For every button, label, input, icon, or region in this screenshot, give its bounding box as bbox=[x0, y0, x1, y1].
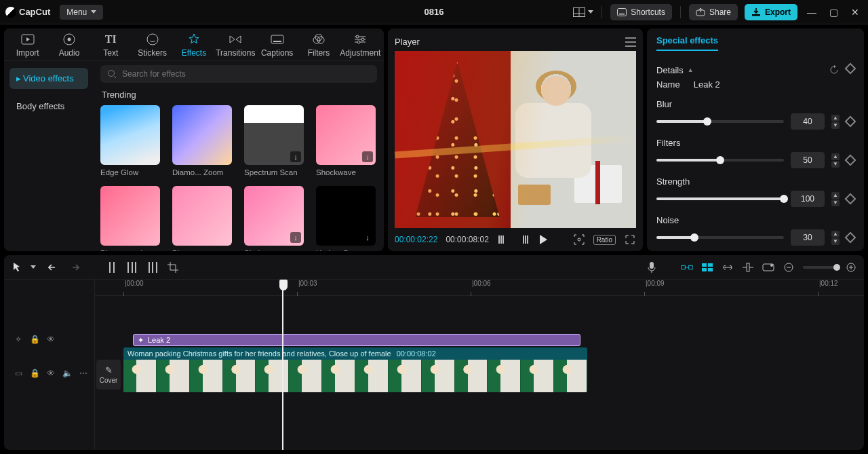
trim-right-tool[interactable] bbox=[146, 261, 159, 273]
subtab-video-effects[interactable]: ▸Video effects bbox=[9, 68, 88, 89]
trim-left-tool[interactable] bbox=[126, 261, 138, 273]
jump-start-button[interactable] bbox=[497, 233, 509, 246]
effect-card-shockwave[interactable]: ↓Shockwave bbox=[316, 105, 376, 176]
strength-slider[interactable] bbox=[656, 197, 784, 200]
tab-adjustment[interactable]: Adjustment bbox=[340, 33, 381, 58]
subtab-body-effects[interactable]: Body effects bbox=[9, 96, 88, 117]
filters-slider[interactable] bbox=[656, 159, 784, 162]
effect-card-shake[interactable]: ↓Shake bbox=[244, 186, 304, 251]
tab-audio[interactable]: Audio bbox=[48, 33, 90, 58]
tool-dropdown[interactable] bbox=[27, 261, 39, 273]
visibility-icon[interactable]: 👁 bbox=[46, 368, 56, 378]
effects-search-input[interactable]: Search for effects bbox=[100, 65, 377, 83]
player-viewport[interactable] bbox=[395, 51, 636, 228]
filters-keyframe[interactable] bbox=[845, 155, 856, 166]
noise-keyframe[interactable] bbox=[845, 232, 856, 244]
lock-icon[interactable]: 🔒 bbox=[30, 335, 39, 344]
share-button[interactable]: Share bbox=[689, 4, 738, 20]
reset-button[interactable] bbox=[829, 64, 840, 75]
video-clip[interactable]: Woman packing Christmas gifts for her fr… bbox=[123, 347, 587, 392]
noise-value[interactable]: 30 bbox=[791, 229, 825, 246]
jump-end-button[interactable] bbox=[517, 233, 530, 246]
filters-value[interactable]: 50 bbox=[791, 152, 825, 168]
zoom-out-button[interactable] bbox=[783, 261, 795, 273]
effect-card-horiz-open[interactable]: ↓Horiz... Open bbox=[316, 186, 376, 251]
noise-step-down[interactable]: ▼ bbox=[831, 238, 840, 245]
effect-card-bluray-scanning[interactable]: Blu-ra...anning bbox=[100, 186, 160, 251]
effect-card-edge-glow[interactable]: Edge Glow bbox=[100, 105, 160, 176]
effect-clip[interactable]: ✦ Leak 2 bbox=[133, 334, 580, 346]
redo-button[interactable] bbox=[68, 261, 80, 273]
preview-render-button[interactable] bbox=[762, 261, 774, 273]
effect-card-diamond-zoom[interactable]: Diamo... Zoom bbox=[172, 105, 232, 176]
blur-step-up[interactable]: ▲ bbox=[831, 115, 840, 121]
tab-transitions[interactable]: Transitions bbox=[215, 33, 256, 58]
more-icon[interactable]: ⋯ bbox=[79, 368, 88, 378]
tab-effects[interactable]: Effects bbox=[173, 33, 214, 58]
playhead[interactable] bbox=[282, 280, 283, 450]
search-icon bbox=[107, 69, 117, 79]
play-button[interactable] bbox=[538, 233, 550, 246]
svg-rect-11 bbox=[271, 35, 283, 43]
zoom-slider[interactable] bbox=[803, 266, 837, 269]
window-close-button[interactable]: ✕ bbox=[850, 7, 860, 18]
undo-button[interactable] bbox=[47, 261, 60, 273]
ratio-button[interactable]: Ratio bbox=[593, 235, 616, 245]
keyframe-button[interactable] bbox=[845, 63, 856, 75]
blur-value[interactable]: 40 bbox=[791, 113, 825, 130]
magnet-tracks-button[interactable] bbox=[701, 261, 713, 273]
filters-step-down[interactable]: ▼ bbox=[831, 161, 840, 168]
timeline-tracks[interactable]: |00:00 |00:03 |00:06 |00:09 |00:12 ✎ Cov… bbox=[95, 280, 864, 450]
svg-rect-30 bbox=[127, 262, 129, 273]
strength-value[interactable]: 100 bbox=[791, 191, 825, 207]
blur-keyframe[interactable] bbox=[845, 116, 856, 128]
download-icon: ↓ bbox=[290, 232, 301, 243]
menu-button[interactable]: Menu bbox=[60, 5, 103, 20]
name-label: Name bbox=[656, 79, 680, 90]
scan-frame-button[interactable] bbox=[573, 233, 585, 246]
magnet-main-button[interactable] bbox=[681, 261, 693, 273]
strength-keyframe[interactable] bbox=[845, 193, 856, 205]
strength-step-down[interactable]: ▼ bbox=[831, 200, 840, 206]
crop-tool[interactable] bbox=[167, 261, 179, 273]
zoom-in-button[interactable] bbox=[845, 261, 857, 273]
window-maximize-button[interactable]: ▢ bbox=[829, 7, 838, 18]
player-menu-button[interactable] bbox=[625, 37, 636, 47]
shortcuts-button[interactable]: Shortcuts bbox=[610, 4, 672, 20]
noise-step-up[interactable]: ▲ bbox=[831, 231, 840, 238]
link-button[interactable] bbox=[722, 261, 734, 273]
noise-slider[interactable] bbox=[656, 236, 784, 239]
snap-center-button[interactable] bbox=[742, 261, 754, 273]
track-type-icon[interactable]: ▭ bbox=[14, 368, 23, 378]
selection-tool[interactable] bbox=[11, 261, 23, 273]
svg-rect-4 bbox=[619, 14, 625, 15]
split-tool[interactable] bbox=[106, 261, 118, 273]
tab-text[interactable]: TIText bbox=[90, 33, 132, 58]
unlock-icon[interactable]: ✧ bbox=[14, 335, 23, 344]
fullscreen-button[interactable] bbox=[624, 233, 636, 246]
svg-rect-29 bbox=[113, 262, 115, 273]
filters-step-up[interactable]: ▲ bbox=[831, 153, 840, 160]
lock-icon[interactable]: 🔒 bbox=[30, 368, 39, 378]
visibility-icon[interactable]: 👁 bbox=[46, 335, 56, 344]
record-vo-button[interactable] bbox=[646, 261, 658, 273]
app-logo: CapCut bbox=[5, 7, 50, 18]
layout-presets-button[interactable] bbox=[573, 6, 585, 18]
tab-captions[interactable]: Captions bbox=[256, 33, 298, 58]
collapse-toggle-icon[interactable]: ▲ bbox=[688, 67, 694, 73]
tab-filters[interactable]: Filters bbox=[298, 33, 339, 58]
window-minimize-button[interactable]: — bbox=[807, 7, 816, 18]
blur-slider[interactable] bbox=[656, 120, 784, 123]
timeline-panel: ✧ 🔒 👁 ▭ 🔒 👁 🔈 ⋯ |00:00 |00:03 |00:06 |00… bbox=[4, 255, 864, 450]
time-ruler[interactable]: |00:00 |00:03 |00:06 |00:09 |00:12 bbox=[95, 280, 864, 296]
tab-import[interactable]: Import bbox=[7, 33, 48, 58]
tab-stickers[interactable]: Stickers bbox=[132, 33, 173, 58]
strength-step-up[interactable]: ▲ bbox=[831, 192, 840, 199]
mute-icon[interactable]: 🔈 bbox=[62, 368, 72, 378]
export-button[interactable]: Export bbox=[745, 4, 797, 20]
playhead-grip[interactable] bbox=[279, 280, 288, 290]
cover-button[interactable]: ✎ Cover bbox=[96, 360, 121, 390]
effect-card-spectrum-scan[interactable]: ↓Spectrum Scan bbox=[244, 105, 304, 176]
blur-step-down[interactable]: ▼ bbox=[831, 122, 840, 129]
effect-card-blur[interactable]: Blur bbox=[172, 186, 232, 251]
